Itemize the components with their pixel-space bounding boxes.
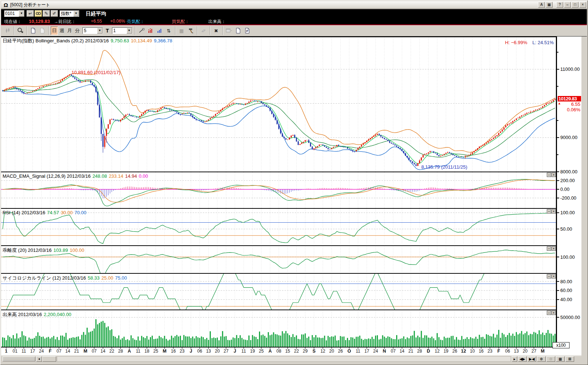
scroll-left-button[interactable]: ◂ (36, 356, 42, 362)
panel-minimize-button[interactable]: – (547, 173, 551, 177)
grid-layout-button[interactable]: ▦ (177, 26, 186, 35)
svg-text:J: J (233, 349, 236, 354)
tick-count-select[interactable]: 1 ▼ (112, 27, 132, 34)
svg-text:21: 21 (409, 349, 414, 354)
snap-button[interactable]: ▶◀ (527, 356, 536, 362)
period-monthly-button[interactable]: 月 (66, 26, 73, 35)
binoculars-button[interactable] (35, 10, 42, 17)
symbol-code-input[interactable] (4, 10, 19, 17)
close-view-button[interactable]: ⊠ (565, 356, 574, 362)
zoom-out-button[interactable]: ⊖ (546, 356, 555, 362)
indicator-red-button[interactable] (146, 26, 155, 35)
panel-minimize-button[interactable]: – (547, 209, 551, 214)
panel-title: MACD_EMA_Signal (12,26,9) 2012/03/16 (3, 173, 90, 179)
svg-text:07: 07 (57, 349, 62, 354)
svg-text:10: 10 (470, 349, 475, 354)
low-pct: L: 24.51% (532, 40, 554, 45)
svg-text:17: 17 (30, 349, 35, 354)
symbol-dropdown-button[interactable]: ▼ (19, 10, 24, 17)
svg-text:80.00: 80.00 (560, 279, 572, 284)
edit-button[interactable]: ✎ (43, 10, 50, 17)
trendline-tool-button[interactable] (137, 26, 146, 35)
indicator-blue-button[interactable] (155, 26, 164, 35)
font-button[interactable]: A (538, 2, 545, 8)
svg-text:15: 15 (285, 349, 290, 354)
capture-icon[interactable]: ▦ (546, 2, 553, 8)
svg-text:8000.00: 8000.00 (560, 169, 577, 174)
panel-close-button[interactable]: × (552, 173, 556, 177)
svg-text:25: 25 (259, 349, 264, 354)
change-label: →前日比： (54, 19, 76, 25)
pan-left-right-button[interactable]: ◀▶ (518, 356, 527, 362)
minimize-button[interactable]: – (564, 2, 571, 8)
zoom-tool-button[interactable] (16, 26, 25, 35)
panel-header-dev: 乖離度 (20) 2012/03/16103.89100.00 (3, 247, 86, 254)
zoom-in-button[interactable]: ⊕ (537, 356, 546, 362)
svg-text:A: A (268, 349, 272, 354)
eraser-button[interactable] (199, 26, 208, 35)
panel-value: 233.14 (109, 173, 123, 179)
save-layout-button[interactable] (225, 26, 233, 35)
toolbar: 日 週 月 分 5 ▼ T 1 ▼ ⇅ ▦ ✖ (1, 25, 587, 36)
svg-text:06: 06 (197, 349, 202, 354)
svg-text:100.00: 100.00 (560, 210, 575, 215)
panel-value: 75.00 (115, 275, 127, 281)
brush-button[interactable]: ✐ (51, 10, 58, 17)
svg-text:17: 17 (364, 349, 370, 354)
panel-close-button[interactable]: × (552, 246, 556, 251)
tools-button[interactable] (186, 26, 195, 35)
svg-text:J: J (190, 349, 192, 354)
change-value: +6.55 (91, 19, 102, 24)
svg-text:18: 18 (144, 349, 150, 354)
price-marker-value: 10129.83 (558, 96, 581, 101)
panel-minimize-button[interactable]: – (547, 246, 551, 251)
market-type-select[interactable]: 指数* ▼ (59, 10, 79, 17)
page-settings-button[interactable] (234, 26, 243, 35)
print-page-button[interactable]: P (243, 26, 252, 35)
period-daily-button[interactable]: 日 (51, 26, 58, 35)
close-button[interactable]: × (579, 2, 586, 8)
bars-count-select[interactable]: 5 ▼ (82, 27, 103, 34)
panel-minimize-button[interactable]: – (547, 274, 551, 278)
period-minute-button[interactable]: 分 (74, 26, 81, 35)
new-chart-button[interactable] (29, 26, 38, 35)
panel-close-button[interactable]: × (552, 209, 556, 214)
enter-button[interactable]: ↵ (27, 10, 34, 17)
grid-view-button[interactable]: ▦ (556, 356, 565, 362)
app-window: Ω [5002] 分析チャート A ▦ ? – □ × ▼ ↵ ✎ ✐ 指数* … (0, 0, 588, 365)
svg-text:19: 19 (444, 349, 449, 354)
svg-text:11: 11 (241, 349, 246, 354)
updown-arrows-button[interactable]: ⇅ (165, 26, 173, 35)
svg-text:S: S (313, 349, 316, 354)
svg-text:26: 26 (452, 349, 457, 354)
svg-text:28: 28 (417, 349, 422, 354)
svg-text:19: 19 (250, 349, 255, 354)
svg-text:26: 26 (338, 349, 343, 354)
scrollbar-thumb[interactable] (42, 356, 56, 362)
panel-minimize-button[interactable]: – (547, 311, 551, 315)
help-button[interactable]: ? (556, 2, 563, 8)
clear-all-button[interactable]: ✖ (212, 26, 221, 35)
svg-text:08: 08 (276, 349, 282, 354)
svg-text:8,135.79 (2011/11/25): 8,135.79 (2011/11/25) (421, 164, 467, 170)
panel-close-button[interactable]: × (552, 311, 556, 315)
candlestick-icon[interactable] (3, 26, 12, 35)
copy-chart-button[interactable] (38, 26, 47, 35)
svg-text:11000.00: 11000.00 (560, 66, 580, 72)
svg-text:12: 12 (320, 349, 325, 354)
panel-title: RSI (14) 2012/03/16 (3, 210, 45, 215)
toolbar-separator (175, 26, 176, 35)
svg-text:A: A (128, 349, 131, 354)
scrollbar-track[interactable] (57, 356, 511, 362)
svg-text:x100: x100 (556, 343, 566, 348)
resize-grip[interactable] (3, 357, 35, 361)
period-weekly-button[interactable]: 週 (58, 26, 66, 35)
toolbar-separator (27, 26, 27, 35)
play-button[interactable]: ▸ (512, 356, 517, 362)
svg-text:07: 07 (391, 349, 396, 354)
panel-close-button[interactable]: × (552, 274, 556, 278)
change-percent: +0.06% (110, 19, 125, 24)
maximize-button[interactable]: □ (572, 2, 579, 8)
svg-text:10,891.60 (2011/02/17): 10,891.60 (2011/02/17) (71, 70, 120, 75)
svg-text:16: 16 (171, 349, 176, 354)
